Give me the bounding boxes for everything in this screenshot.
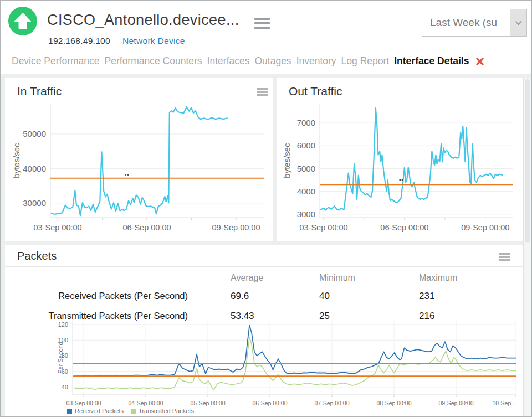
svg-text:08-Sep 00:00: 08-Sep 00:00 bbox=[376, 400, 411, 406]
svg-text:4000: 4000 bbox=[297, 187, 315, 196]
svg-text:09-Sep 00:00: 09-Sep 00:00 bbox=[438, 400, 473, 406]
tab-device-performance[interactable]: Device Performance bbox=[12, 55, 100, 67]
svg-text:03-Sep 00:00: 03-Sep 00:00 bbox=[299, 223, 347, 232]
packets-panel: Packets Average Minimum Maximum Received… bbox=[5, 245, 523, 416]
packets-chart: 40608010012003-Sep 00:0004-Sep 00:0005-S… bbox=[5, 316, 523, 415]
timeframe-select[interactable]: Last Week (su bbox=[422, 9, 527, 37]
vertical-scrollbar[interactable] bbox=[523, 78, 531, 416]
packets-title: Packets bbox=[17, 250, 57, 262]
in-traffic-title: In Traffic bbox=[17, 85, 62, 98]
scrollbar-thumb[interactable] bbox=[525, 79, 530, 243]
col-average: Average bbox=[202, 270, 290, 286]
app-window: CISCO_Antonello.devicee... 192.168.49.10… bbox=[0, 0, 532, 417]
legend-transmitted-packets[interactable]: Transmitted Packets bbox=[131, 408, 194, 414]
svg-text:03-Sep 00:00: 03-Sep 00:00 bbox=[34, 223, 82, 232]
empty-header-cell bbox=[5, 270, 202, 286]
device-menu-icon[interactable] bbox=[254, 18, 270, 29]
svg-text:7000: 7000 bbox=[297, 118, 315, 127]
svg-text:120: 120 bbox=[58, 321, 68, 328]
out-traffic-title: Out Traffic bbox=[289, 85, 342, 98]
device-status-up-icon bbox=[8, 7, 37, 35]
tab-inventory[interactable]: Inventory bbox=[296, 55, 336, 67]
svg-text:50000: 50000 bbox=[23, 129, 46, 138]
svg-text:06-Sep 00:00: 06-Sep 00:00 bbox=[252, 400, 287, 406]
svg-text:6000: 6000 bbox=[297, 141, 315, 150]
chevron-down-icon bbox=[510, 9, 526, 36]
received-average: 69.6 bbox=[202, 286, 290, 306]
svg-text:30000: 30000 bbox=[23, 198, 46, 208]
packets-menu-icon[interactable] bbox=[499, 253, 510, 261]
col-minimum: Minimum bbox=[290, 270, 390, 286]
tab-outages[interactable]: Outages bbox=[254, 55, 291, 67]
divider bbox=[5, 266, 523, 267]
row-label-received: Received Packets (Per Second) bbox=[5, 286, 202, 306]
received-swatch-icon bbox=[67, 409, 72, 414]
svg-text:07-Sep 00:00: 07-Sep 00:00 bbox=[314, 400, 349, 406]
svg-text:40: 40 bbox=[62, 384, 68, 390]
svg-text:04-Sep 00:00: 04-Sep 00:00 bbox=[128, 400, 163, 406]
svg-text:05-Sep 00:00: 05-Sep 00:00 bbox=[190, 400, 225, 406]
tab-interface-details[interactable]: Interface Details bbox=[394, 55, 469, 67]
svg-text:3000: 3000 bbox=[297, 209, 315, 219]
device-ip: 192.168.49.100 bbox=[48, 36, 110, 46]
device-tabs: Device Performance Performance Counters … bbox=[12, 55, 527, 67]
timeframe-value: Last Week (su bbox=[422, 9, 510, 36]
svg-text:03-Sep 00:00: 03-Sep 00:00 bbox=[66, 400, 101, 406]
svg-text:Per Second: Per Second bbox=[57, 342, 64, 373]
out-traffic-panel: Out Traffic 3000400050006000700003-Sep 0… bbox=[277, 78, 523, 241]
svg-text:10-Sep ..: 10-Sep .. bbox=[492, 400, 516, 406]
svg-text:bytes/sec: bytes/sec bbox=[12, 143, 21, 178]
svg-text:06-Sep 00:00: 06-Sep 00:00 bbox=[380, 223, 428, 232]
received-maximum: 231 bbox=[390, 286, 523, 306]
svg-text:09-Sep 00:00: 09-Sep 00:00 bbox=[461, 223, 509, 232]
device-type-link[interactable]: Network Device bbox=[122, 36, 185, 46]
in-traffic-menu-icon[interactable] bbox=[257, 88, 268, 96]
tab-performance-counters[interactable]: Performance Counters bbox=[105, 55, 202, 67]
svg-text:09-Sep 00:00: 09-Sep 00:00 bbox=[212, 223, 260, 232]
close-icon[interactable] bbox=[475, 56, 485, 66]
device-title: CISCO_Antonello.devicee... bbox=[47, 12, 239, 29]
col-maximum: Maximum bbox=[390, 270, 523, 286]
legend-received-packets[interactable]: Received Packets bbox=[67, 408, 124, 414]
svg-text:bytes/sec: bytes/sec bbox=[282, 143, 291, 178]
received-minimum: 40 bbox=[290, 286, 390, 306]
transmitted-swatch-icon bbox=[131, 409, 136, 414]
in-traffic-panel: In Traffic 30000400005000003-Sep 00:0006… bbox=[5, 78, 273, 241]
tab-log-report[interactable]: Log Report bbox=[341, 55, 390, 67]
svg-text:40000: 40000 bbox=[23, 164, 46, 173]
svg-text:5000: 5000 bbox=[297, 164, 315, 173]
device-header: CISCO_Antonello.devicee... 192.168.49.10… bbox=[1, 1, 531, 74]
out-traffic-chart: 3000400050006000700003-Sep 00:0006-Sep 0… bbox=[277, 100, 523, 240]
tab-interfaces[interactable]: Interfaces bbox=[207, 55, 250, 67]
in-traffic-chart: 30000400005000003-Sep 00:0006-Sep 00:000… bbox=[5, 100, 273, 240]
chart-legend: Received Packets Transmitted Packets bbox=[67, 408, 194, 414]
svg-text:06-Sep 00:00: 06-Sep 00:00 bbox=[122, 223, 171, 232]
